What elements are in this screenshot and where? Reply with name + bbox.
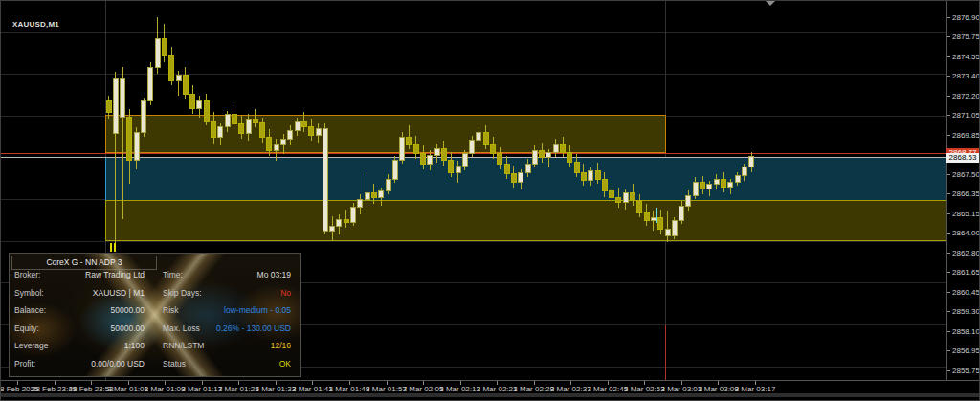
candle-body — [371, 192, 376, 197]
price-tick-label: 2858.10 — [952, 327, 980, 336]
candle-body — [616, 197, 621, 202]
candle-body — [121, 78, 125, 117]
candle-body — [190, 94, 195, 109]
chart-shift-marker-icon[interactable] — [766, 1, 775, 6]
candle-body — [295, 121, 300, 130]
price-tick — [947, 331, 950, 332]
ea-row-label: Balance: — [14, 304, 46, 316]
candle-body — [281, 139, 286, 144]
ea-row-value2: Mo 03:19 — [175, 269, 291, 280]
candle-body — [358, 199, 363, 208]
ea-panel-row: Symbol:XAUUSD | M1Skip Days:No — [10, 287, 300, 299]
price-tick-label: 2860.45 — [952, 288, 980, 297]
candle-body — [721, 179, 725, 188]
time-axis-line — [0, 380, 980, 381]
candle-body — [470, 141, 475, 154]
ea-pause-icon[interactable] — [110, 243, 117, 252]
candle-body — [127, 118, 132, 161]
candle-body — [197, 100, 202, 109]
candle-body — [714, 179, 719, 184]
candle-body — [225, 114, 230, 127]
candle-body — [525, 164, 530, 172]
candle-body — [407, 137, 412, 144]
price-tick-label: 2865.15 — [952, 210, 980, 218]
ea-panel-row: Equity:50000.00Max. Loss0.26% - 130.00 U… — [10, 323, 300, 334]
candle-body — [267, 137, 272, 150]
price-tick — [947, 272, 950, 273]
ea-row-value2: 0.26% - 130.00 USD — [175, 323, 291, 334]
symbol-timeframe-label: XAUUSD,M1 — [12, 20, 59, 29]
candle-body — [658, 217, 663, 229]
candle-body — [183, 76, 188, 94]
candle-body — [392, 161, 397, 179]
ea-row-value: 1:100 — [54, 340, 145, 351]
candle-body — [204, 100, 209, 121]
candle-body — [441, 149, 446, 161]
price-tick-label: 2867.50 — [952, 170, 980, 179]
candle-body — [477, 132, 481, 141]
price-tick-label: 2872.20 — [952, 92, 980, 100]
candle-body — [212, 121, 216, 137]
candle-body — [386, 179, 390, 190]
price-tick-label: 2856.95 — [952, 346, 980, 355]
candle-body — [707, 184, 712, 189]
candle-body — [176, 76, 181, 80]
price-tick — [947, 96, 950, 97]
price-tick-label: 2873.40 — [952, 72, 980, 80]
candle-body — [504, 164, 509, 173]
price-axis[interactable]: 2868.77 2868.53 2876.902875.752874.55287… — [946, 0, 980, 380]
candle-body — [309, 127, 314, 136]
candle-body — [693, 183, 698, 196]
candle-body — [679, 206, 684, 221]
ea-panel-row: Balance:50000.00Risklow-medium - 0.05 — [10, 304, 300, 316]
candle-body — [665, 230, 670, 236]
candle-body — [581, 172, 586, 181]
price-tick — [947, 76, 950, 77]
price-tick — [947, 292, 950, 293]
candle-body — [413, 144, 418, 153]
ea-panel-row: Profit:0.00/0.00 USDStatusOK — [10, 358, 300, 369]
candle-body — [288, 130, 293, 139]
price-tick-label: 2859.30 — [952, 307, 980, 316]
ea-panel-rows: Broker:Raw Trading LtdTime:Mo 03:19Symbo… — [10, 254, 300, 376]
candle-body — [602, 179, 607, 190]
candle-body — [434, 149, 439, 156]
price-tick — [947, 115, 950, 116]
candle-body — [330, 226, 335, 231]
candle-body — [644, 212, 649, 221]
candle-body — [672, 221, 677, 236]
candle-body — [232, 114, 236, 123]
candle-body — [365, 192, 369, 199]
candle-body — [337, 219, 342, 226]
ea-row-label: Equity: — [14, 323, 39, 334]
ea-row-value: 0.00/0.00 USD — [54, 358, 145, 369]
candle-body — [456, 166, 460, 172]
candle-body — [323, 129, 327, 232]
candle-body — [274, 144, 278, 150]
candle-body — [142, 100, 146, 132]
price-tick — [947, 17, 950, 18]
candle-body — [735, 176, 740, 183]
time-tick-label: 3 Mar 03:17 — [722, 385, 789, 393]
candle-body — [701, 183, 705, 189]
window-bottom-bar — [0, 393, 980, 397]
ea-row-label: Symbol: — [14, 287, 44, 299]
price-tick-label: 2869.85 — [952, 131, 980, 140]
ea-row-value2: No — [175, 287, 291, 299]
candle-body — [498, 154, 502, 164]
price-tick-label: 2875.75 — [952, 33, 980, 41]
candle-body — [540, 150, 545, 157]
price-tick-label: 2862.80 — [952, 249, 980, 257]
candle-body — [483, 132, 488, 144]
price-tick — [947, 174, 950, 175]
price-tick-label: 2874.55 — [952, 53, 980, 61]
candle-body — [344, 219, 348, 222]
ea-panel-row: Leverage1:100RNN/LSTM12/16 — [10, 340, 300, 351]
candle-body — [260, 123, 265, 138]
lower-olive-zone — [105, 201, 946, 241]
candle-body — [532, 150, 537, 164]
price-tick — [947, 350, 950, 351]
price-tick — [947, 36, 950, 37]
price-tick-label: 2855.75 — [952, 367, 980, 375]
ea-row-value: Raw Trading Ltd — [54, 269, 145, 280]
